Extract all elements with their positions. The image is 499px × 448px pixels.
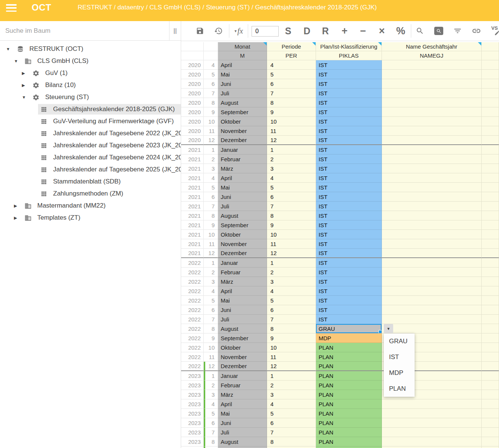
cell-namegj[interactable] — [382, 202, 482, 211]
tree-item[interactable]: Zahlungsmethoden (ZM) — [0, 188, 181, 200]
tree-item[interactable]: Jahreskalender auf Tagesebene 2023 (JK_2… — [0, 139, 181, 151]
cell-periode[interactable]: 3 — [267, 164, 316, 173]
cell-piklas[interactable]: PLAN — [316, 381, 382, 390]
column-code-namegj[interactable]: NAMEGJ — [382, 51, 482, 60]
cell-namegj[interactable] — [382, 98, 482, 107]
cell-piklas[interactable]: IST — [316, 98, 382, 107]
cell-periode[interactable]: 8 — [267, 98, 316, 107]
cell-piklas[interactable]: IST — [316, 117, 382, 126]
column-code-m[interactable]: M — [218, 51, 267, 60]
cell-namegj[interactable] — [382, 79, 482, 89]
cell-namegj[interactable] — [382, 305, 482, 315]
piklas-dropdown-button[interactable]: ▼ — [384, 324, 393, 333]
filter-icon[interactable] — [453, 27, 462, 35]
tree-item-body[interactable]: GuV-Verteilung auf Firmenwerktage (GVF) — [38, 116, 181, 127]
column-header-m[interactable]: Monat — [218, 42, 267, 51]
cell-piklas[interactable]: IST — [316, 315, 382, 324]
cell-periode[interactable]: 6 — [267, 192, 316, 202]
vs-edit-icon[interactable]: VS — [489, 26, 499, 36]
cell-piklas[interactable]: PLAN — [316, 362, 382, 371]
cell-namegj[interactable] — [382, 315, 482, 324]
tree-item[interactable]: ▶Bilanz (10) — [0, 79, 181, 91]
cell-namegj[interactable] — [382, 258, 482, 268]
r-button[interactable]: R — [322, 26, 329, 37]
tree-item-selected[interactable]: Geschäftsjahreskalender 2018-2025 (GJK) — [0, 103, 181, 115]
tree-item-body[interactable]: Jahreskalender auf Tagesebene 2023 (JK_2… — [38, 140, 181, 151]
tree-item[interactable]: Stammdatenblatt (SDB) — [0, 176, 181, 188]
cell-periode[interactable]: 12 — [267, 249, 316, 258]
dropdown-option[interactable]: GRAU — [384, 333, 415, 349]
cell-piklas[interactable]: IST — [316, 126, 382, 136]
expander-down-icon[interactable]: ▼ — [6, 47, 14, 51]
cell-piklas[interactable]: PLAN — [316, 399, 382, 409]
cell-piklas[interactable]: IST — [316, 305, 382, 315]
tree-item[interactable]: ▶Templates (ZT) — [0, 212, 181, 224]
cell-piklas[interactable]: IST — [316, 107, 382, 117]
cell-periode[interactable]: 9 — [267, 446, 316, 448]
cell-periode[interactable]: 2 — [267, 154, 316, 164]
percent-button[interactable]: % — [396, 25, 405, 37]
cell-piklas[interactable]: IST — [316, 230, 382, 239]
cell-namegj[interactable] — [382, 409, 482, 418]
tree-item[interactable]: ▶GuV (1) — [0, 67, 181, 79]
expander-right-icon[interactable]: ▶ — [14, 203, 22, 208]
expander-right-icon[interactable]: ▶ — [22, 71, 30, 76]
cell-namegj[interactable] — [382, 117, 482, 126]
search-highlight-icon[interactable] — [434, 27, 443, 35]
tree-item[interactable]: ▶Mastermandant (MM22) — [0, 200, 181, 212]
cell-piklas[interactable]: PLAN — [316, 446, 382, 448]
tree-item-body[interactable]: Bilanz (10) — [30, 80, 181, 90]
cell-namegj[interactable] — [382, 89, 482, 98]
tree-item-body[interactable]: RESTRUKT (OCT) — [14, 44, 181, 54]
dropdown-option[interactable]: IST — [384, 349, 415, 365]
cell-periode[interactable]: 11 — [267, 126, 316, 136]
cell-periode[interactable]: 7 — [267, 89, 316, 98]
cell-namegj[interactable] — [382, 277, 482, 286]
cell-namegj[interactable] — [382, 220, 482, 230]
cell-periode[interactable]: 6 — [267, 79, 316, 89]
cell-periode[interactable]: 7 — [267, 202, 316, 211]
cell-piklas[interactable]: IST — [316, 249, 382, 258]
tree-item-body[interactable]: Stammdatenblatt (SDB) — [38, 176, 181, 187]
cell-piklas[interactable]: PLAN — [316, 409, 382, 418]
hamburger-menu-icon[interactable] — [6, 4, 17, 12]
cell-namegj[interactable] — [382, 399, 482, 409]
link-icon[interactable] — [472, 26, 481, 36]
cell-periode[interactable]: 6 — [267, 418, 316, 428]
cell-namegj[interactable] — [382, 249, 482, 258]
value-input[interactable] — [252, 26, 279, 37]
column-header-namegj[interactable]: Name Geschäftsjahr — [382, 42, 482, 51]
tree-item[interactable]: Jahreskalender auf Tagesebene 2024 (JK_2… — [0, 151, 181, 164]
multiply-button[interactable]: × — [379, 25, 385, 37]
pane-resize-handle[interactable]: || — [169, 21, 181, 40]
cell-periode[interactable]: 3 — [267, 390, 316, 399]
cell-periode[interactable]: 2 — [267, 381, 316, 390]
cell-piklas[interactable]: PLAN — [316, 371, 382, 381]
cell-periode[interactable]: 7 — [267, 428, 316, 437]
cell-namegj[interactable] — [382, 268, 482, 277]
expander-right-icon[interactable]: ▶ — [14, 216, 22, 220]
cell-namegj[interactable] — [382, 192, 482, 202]
cell-periode[interactable]: 1 — [267, 145, 316, 154]
cell-namegj[interactable] — [382, 324, 482, 333]
cell-namegj[interactable] — [382, 60, 482, 70]
cell-piklas[interactable]: MDP — [316, 333, 382, 343]
tree-item[interactable]: Jahreskalender auf Tagesebene 2022 (JK_2… — [0, 127, 181, 139]
tree-item-body[interactable]: Jahreskalender auf Tagesebene 2024 (JK_2… — [38, 152, 181, 163]
column-code-piklas[interactable]: PIKLAS — [316, 51, 382, 60]
cell-namegj[interactable] — [382, 107, 482, 117]
cell-piklas[interactable]: IST — [316, 60, 382, 70]
cell-piklas[interactable]: PLAN — [316, 343, 382, 352]
column-code-per[interactable]: PER — [267, 51, 316, 60]
cell-periode[interactable]: 11 — [267, 239, 316, 249]
cell-namegj[interactable] — [382, 296, 482, 305]
cell-periode[interactable]: 4 — [267, 286, 316, 296]
cell-namegj[interactable] — [382, 173, 482, 183]
cell-piklas[interactable]: IST — [316, 239, 382, 249]
column-code-extra[interactable] — [482, 51, 499, 60]
cell-piklas[interactable]: IST — [316, 296, 382, 305]
column-header-extra[interactable] — [482, 42, 499, 51]
column-header-per[interactable]: Periode — [267, 42, 316, 51]
cell-periode[interactable]: 3 — [267, 277, 316, 286]
tree-item-body[interactable]: Steuerung (ST) — [30, 92, 181, 102]
